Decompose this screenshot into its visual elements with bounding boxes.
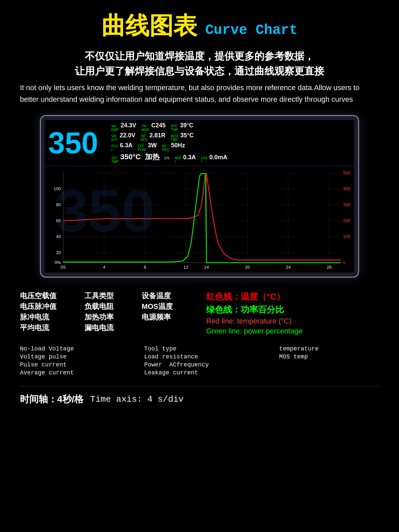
divider <box>20 386 379 386</box>
time-axis-en: Time axis: 4 s/div <box>90 394 184 404</box>
page-container: 曲线图表 Curve Chart 不仅仅让用户知道焊接温度，提供更多的参考数据，… <box>0 0 399 416</box>
zh-label-3-3: 电源频率 <box>142 312 193 322</box>
svg-text:24: 24 <box>286 265 291 270</box>
big-temp-container: 350 <box>48 122 108 164</box>
en-2-1: Voltage pulse <box>20 353 134 360</box>
svg-text:0%: 0% <box>55 260 61 265</box>
svg-text:80: 80 <box>56 202 61 207</box>
en-2-3: MOS temp <box>279 353 379 360</box>
zh-label-1-1: 电压空载值 <box>20 291 76 301</box>
zh-label-4-2: 漏电电流 <box>84 323 134 333</box>
title-zh: 曲线图表 <box>101 12 197 39</box>
stat-label-plu-i: PLUI <box>111 144 118 152</box>
stat-row-2: VinEFF 22.0V TIPRES 2.81R MOSTMP 35°C <box>111 132 351 142</box>
svg-text:300: 300 <box>343 202 350 207</box>
zh-labels-grid: 电压空载值 工具类型 设备温度 电压脉冲值 负载电阻 MOS温度 脉冲电流 加热… <box>20 291 193 333</box>
title-en: Curve Chart <box>205 22 298 38</box>
subtitle-zh: 不仅仅让用户知道焊接温度，提供更多的参考数据， 让用户更了解焊接信息与设备状态，… <box>20 49 379 78</box>
stat-label-ac-frq: ACFRQ <box>162 144 169 152</box>
stat-val-eff-pow: 3W <box>148 142 157 149</box>
info-right: 红色线：温度（°C） 绿色线：功率百分比 Red line: temperatu… <box>206 291 379 335</box>
legend-green-zh: 绿色线：功率百分比 <box>206 304 379 316</box>
stat-val-ntc-tmp: 39°C <box>180 122 193 129</box>
info-left-zh: 电压空载值 工具类型 设备温度 电压脉冲值 负载电阻 MOS温度 脉冲电流 加热… <box>20 291 193 335</box>
svg-text:100: 100 <box>343 234 350 239</box>
svg-text:20: 20 <box>245 265 250 270</box>
stat-label-ntc-tmp: NTCTMP <box>171 124 178 132</box>
bottom-info: 电压空载值 工具类型 设备温度 电压脉冲值 负载电阻 MOS温度 脉冲电流 加热… <box>20 291 379 335</box>
stat-label-tip-res: TIPRES <box>141 134 148 142</box>
stat-label-set-tmp: SETTMP <box>111 156 118 164</box>
stat-label-ave-i: AVEI <box>175 156 181 164</box>
zh-label-2-2: 负载电阻 <box>84 302 134 312</box>
time-axis: 时间轴：4秒/格 Time axis: 4 s/div <box>20 393 379 406</box>
zh-label-4-1: 平均电流 <box>20 323 76 333</box>
stat-val-set-tmp: 350°C <box>120 153 141 161</box>
svg-text:14: 14 <box>204 265 209 270</box>
stat-label-vin-emp: VinEMP <box>111 124 119 132</box>
en-1-3: temperature <box>279 345 379 352</box>
stat-val-plu-i: 6.3A <box>120 142 132 149</box>
svg-text:4: 4 <box>103 265 105 270</box>
svg-text:12: 12 <box>184 265 188 270</box>
svg-text:8: 8 <box>144 265 146 270</box>
svg-text:500: 500 <box>343 170 350 175</box>
en-4-3 <box>279 369 379 376</box>
svg-text:100: 100 <box>54 186 61 191</box>
stat-label-eff-pow: EFFPOW <box>138 144 146 152</box>
stat-row-4: SETTMP 350°C 加热 1% AVEI 0.3A LEKI 0.0mA <box>111 152 351 164</box>
zh-label-3-2: 加热功率 <box>84 312 134 322</box>
svg-text:200: 200 <box>343 218 350 223</box>
en-3-1: Pulse current <box>20 361 134 368</box>
stat-pct: 1% <box>164 156 170 160</box>
zh-label-2-1: 电压脉冲值 <box>20 302 76 312</box>
device-screen-wrapper: 350 VinEMP 24.3V TIPMOD C245 NTCTMP 39°C <box>20 115 379 278</box>
svg-text:0: 0 <box>343 260 345 265</box>
stat-label-mos-tmp: MOSTMP <box>171 134 179 142</box>
zh-label-3-1: 脉冲电流 <box>20 312 76 322</box>
legend-red-zh: 红色线：温度（°C） <box>206 291 379 303</box>
legend-green-en: Green line: power percentage <box>206 327 379 335</box>
zh-label-2-3: MOS温度 <box>142 302 193 312</box>
en-4-1: Average current <box>20 369 134 376</box>
stat-row-1: VinEMP 24.3V TIPMOD C245 NTCTMP 39°C <box>111 122 351 132</box>
svg-text:20: 20 <box>56 250 61 255</box>
svg-text:400: 400 <box>343 186 350 191</box>
en-2-2: Load resistance <box>144 353 269 360</box>
stat-label-lek-i: LEKI <box>201 156 207 164</box>
legend-red-en: Red line: temperature (°C) <box>206 317 379 326</box>
svg-text:28: 28 <box>327 265 332 270</box>
stat-val-vin-eff: 22.0V <box>120 132 135 139</box>
red-line <box>63 174 341 260</box>
title-section: 曲线图表 Curve Chart <box>20 10 379 42</box>
zh-label-1-2: 工具类型 <box>84 291 134 301</box>
en-3-2: Power ACfrequency <box>144 361 269 368</box>
stat-val-tip-mod: C245 <box>151 122 166 129</box>
green-line <box>63 174 341 263</box>
en-3-3 <box>279 361 379 368</box>
english-list: No-load Voltage Tool type temperature Vo… <box>20 345 379 376</box>
en-1-2: Tool type <box>144 345 269 352</box>
chart-svg: 0% 20 40 60 80 100 0 100 200 300 400 500… <box>45 166 354 273</box>
stat-mode: 加热 <box>145 152 160 162</box>
en-1-1: No-load Voltage <box>20 345 134 352</box>
stat-val-tip-res: 2.81R <box>150 132 166 139</box>
stats-grid: VinEMP 24.3V TIPMOD C245 NTCTMP 39°C Vin… <box>111 122 351 164</box>
stat-val-vin-emp: 24.3V <box>121 122 136 129</box>
subtitle-en: It not only lets users know the welding … <box>20 82 379 105</box>
stat-val-ac-frq: 50Hz <box>171 142 185 149</box>
stat-val-ave-i: 0.3A <box>183 154 196 161</box>
stat-val-mos-tmp: 35°C <box>180 132 194 139</box>
en-4-2: Leakage current <box>144 369 269 376</box>
stat-label-tip-mod: TIPMOD <box>142 124 149 132</box>
time-axis-zh: 时间轴：4秒/格 <box>20 393 83 406</box>
zh-label-4-3 <box>142 323 193 333</box>
svg-text:0S: 0S <box>61 265 66 270</box>
stat-val-lek-i: 0.0mA <box>209 154 227 161</box>
zh-label-1-3: 设备温度 <box>142 291 193 301</box>
svg-text:40: 40 <box>56 234 61 239</box>
big-temp-value: 350 <box>48 128 108 158</box>
stat-row-3: PLUI 6.3A EFFPOW 3W ACFRQ 50Hz <box>111 142 351 152</box>
device-screen: 350 VinEMP 24.3V TIPMOD C245 NTCTMP 39°C <box>40 115 359 278</box>
stat-label-vin-eff: VinEFF <box>111 134 118 142</box>
